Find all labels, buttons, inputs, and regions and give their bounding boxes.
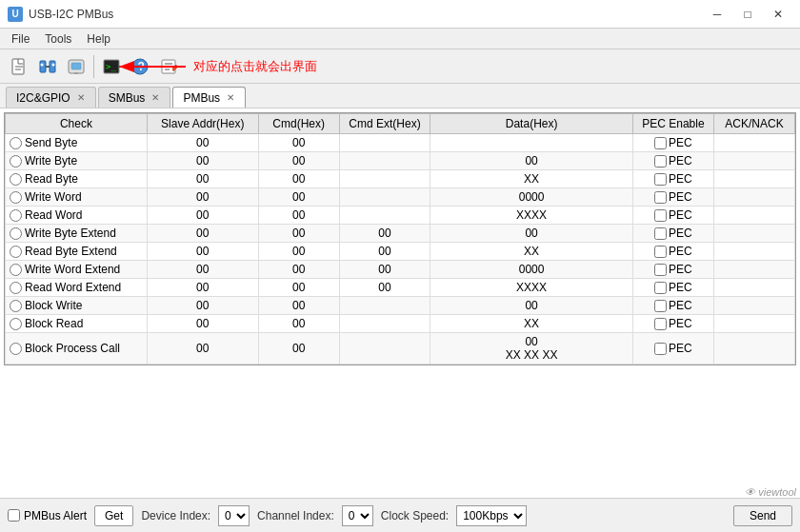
pec-cell: PEC <box>632 225 713 243</box>
pec-checkbox[interactable] <box>654 282 667 294</box>
connect-button[interactable] <box>34 53 61 80</box>
data-cell <box>430 134 633 152</box>
radio-input[interactable] <box>10 191 22 204</box>
menu-help[interactable]: Help <box>79 30 118 48</box>
device-button[interactable] <box>63 53 90 80</box>
pec-cell: PEC <box>632 207 713 225</box>
radio-label[interactable]: Block Process Call <box>10 342 141 355</box>
clock-speed-select[interactable]: 100Kbps 400Kbps 1Mbps <box>456 505 527 526</box>
ack-nack-cell <box>713 134 794 152</box>
pec-label: PEC <box>669 263 692 276</box>
radio-input[interactable] <box>10 173 22 186</box>
ack-nack-cell <box>713 261 794 279</box>
pec-checkbox[interactable] <box>654 343 667 355</box>
data-cell: 0000 <box>430 261 633 279</box>
tab-i2c-gpio-close[interactable]: ✕ <box>74 91 88 105</box>
ack-nack-cell <box>713 315 794 333</box>
window-title: USB-I2C PMBus <box>29 8 113 21</box>
radio-label[interactable]: Send Byte <box>10 136 141 149</box>
cmd-cell: 00 <box>258 243 339 261</box>
tab-pmbus-close[interactable]: ✕ <box>224 91 237 105</box>
radio-input[interactable] <box>10 318 22 330</box>
pec-checkbox[interactable] <box>654 191 667 204</box>
ack-nack-cell <box>713 243 794 261</box>
radio-label[interactable]: Write Word Extend <box>10 263 141 276</box>
slave-addr-cell: 00 <box>147 261 258 279</box>
pec-cell: PEC <box>632 243 713 261</box>
check-label: Read Byte <box>25 172 78 186</box>
pec-checkbox[interactable] <box>654 246 667 258</box>
tab-i2c-gpio[interactable]: I2C&GPIO ✕ <box>6 87 96 108</box>
radio-label[interactable]: Block Read <box>10 317 141 330</box>
radio-input[interactable] <box>10 264 22 276</box>
radio-label[interactable]: Write Byte Extend <box>10 227 141 240</box>
new-button[interactable] <box>6 53 32 80</box>
table-row: Read Word Extend000000XXXXPEC <box>6 279 795 297</box>
pec-checkbox[interactable] <box>654 209 667 222</box>
tab-smbus-close[interactable]: ✕ <box>149 91 162 105</box>
pec-checkbox[interactable] <box>654 264 667 276</box>
radio-label[interactable]: Write Byte <box>10 154 141 167</box>
radio-label[interactable]: Read Word <box>10 208 141 222</box>
tab-pmbus[interactable]: PMBus ✕ <box>172 87 246 108</box>
minimize-button[interactable]: ─ <box>703 5 731 24</box>
check-cell: Write Byte Extend <box>6 225 148 243</box>
pec-checkbox[interactable] <box>654 137 667 149</box>
radio-label[interactable]: Read Byte Extend <box>10 245 141 258</box>
menu-file[interactable]: File <box>4 30 37 48</box>
radio-input[interactable] <box>10 155 22 167</box>
channel-index-select[interactable]: 0 1 2 <box>342 505 373 526</box>
menu-tools[interactable]: Tools <box>37 30 79 48</box>
pec-checkbox[interactable] <box>654 173 667 186</box>
cmd-cell: 00 <box>258 297 339 315</box>
new-icon <box>10 57 29 76</box>
radio-label[interactable]: Block Write <box>10 299 141 312</box>
cmd-ext-cell <box>339 297 430 315</box>
pec-checkbox[interactable] <box>654 300 667 312</box>
radio-input[interactable] <box>10 246 22 258</box>
main-content: Check Slave Addr(Hex) Cmd(Hex) Cmd Ext(H… <box>0 108 800 498</box>
slave-addr-cell: 00 <box>147 297 258 315</box>
send-button[interactable]: Send <box>733 505 792 526</box>
menu-bar: File Tools Help <box>0 29 800 49</box>
pec-label: PEC <box>669 281 692 294</box>
cmd-ext-cell <box>339 170 430 188</box>
pec-checkbox[interactable] <box>654 318 667 330</box>
get-button[interactable]: Get <box>94 505 133 526</box>
pec-cell: PEC <box>632 297 713 315</box>
radio-label[interactable]: Write Word <box>10 190 141 204</box>
check-label: Send Byte <box>25 136 77 149</box>
pmbus-alert-label: PMBus Alert <box>24 509 87 522</box>
terminal-button[interactable]: >_ <box>98 53 125 80</box>
ack-nack-cell <box>713 225 794 243</box>
device-index-select[interactable]: 0 1 2 <box>218 505 250 526</box>
radio-label[interactable]: Read Word Extend <box>10 281 141 294</box>
table-row: Write Byte000000PEC <box>6 152 795 170</box>
check-cell: Send Byte <box>6 134 148 152</box>
table-row: Block Read0000XXPEC <box>6 315 795 333</box>
check-cell: Read Word <box>6 207 148 225</box>
radio-input[interactable] <box>10 282 22 294</box>
check-label: Write Byte Extend <box>25 227 116 240</box>
pmbus-alert-checkbox[interactable] <box>8 509 20 522</box>
radio-label[interactable]: Read Byte <box>10 172 141 186</box>
channel-index-label: Channel Index: <box>257 509 334 522</box>
edit-button[interactable] <box>155 53 182 80</box>
radio-input[interactable] <box>10 300 22 312</box>
radio-input[interactable] <box>10 343 22 355</box>
radio-input[interactable] <box>10 227 22 240</box>
help-button[interactable]: ? <box>127 53 153 80</box>
pec-label: PEC <box>669 317 692 330</box>
radio-input[interactable] <box>10 209 22 222</box>
pec-checkbox[interactable] <box>654 227 667 240</box>
col-cmd: Cmd(Hex) <box>258 114 339 134</box>
maximize-button[interactable]: □ <box>733 5 762 24</box>
pec-checkbox[interactable] <box>654 155 667 167</box>
ack-nack-cell <box>713 297 794 315</box>
slave-addr-cell: 00 <box>147 279 258 297</box>
radio-input[interactable] <box>10 137 22 149</box>
close-button[interactable]: ✕ <box>764 5 792 24</box>
pmbus-alert-checkbox-label[interactable]: PMBus Alert <box>8 509 87 522</box>
check-cell: Write Word Extend <box>6 261 148 279</box>
tab-smbus[interactable]: SMBus ✕ <box>98 87 171 108</box>
